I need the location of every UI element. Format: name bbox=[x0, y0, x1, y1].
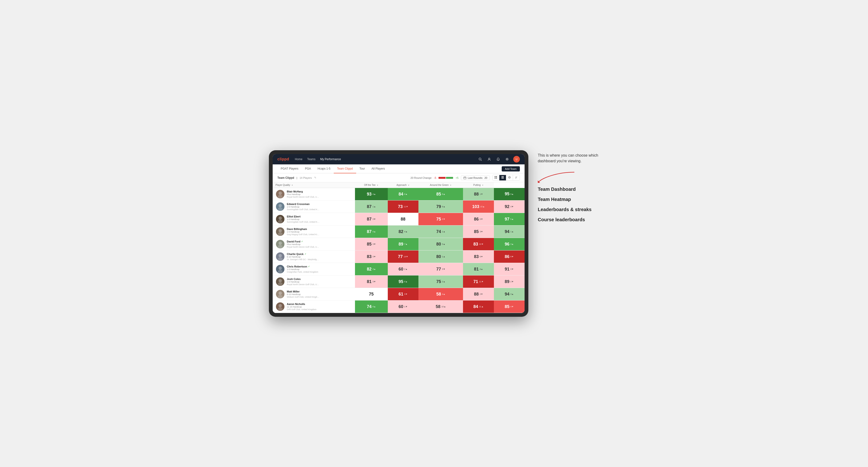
metric-change: 4▼ bbox=[510, 305, 514, 308]
player-name: Aaron Nicholls bbox=[287, 303, 316, 305]
metric-value-box: 94 3▲ bbox=[494, 288, 525, 300]
metric-change: 4▲ bbox=[442, 293, 445, 295]
table-row[interactable]: Charlie Quick ✓ 6-10 Handicap St. George… bbox=[273, 250, 525, 263]
sort-view-btn[interactable] bbox=[513, 175, 520, 181]
metric-value-box: 58 4▲ bbox=[418, 288, 463, 300]
metric-value: 89 bbox=[505, 279, 509, 284]
edit-icon[interactable]: ✎ bbox=[314, 176, 316, 179]
metric-value: 82 bbox=[367, 267, 371, 272]
metric-value: 89 bbox=[399, 242, 403, 247]
metric-value: 75 bbox=[436, 217, 441, 222]
metric-value: 83 bbox=[367, 254, 371, 259]
table-row[interactable]: Josh Coles 1-5 Handicap Royal North Devo… bbox=[273, 276, 525, 288]
user-icon[interactable] bbox=[486, 156, 492, 162]
table-row[interactable]: Dave Billingham 1-5 Handicap Gog Magog G… bbox=[273, 225, 525, 238]
player-details: David Ford ✓ Plus Handicap Royal North D… bbox=[287, 240, 320, 248]
svg-point-36 bbox=[278, 282, 283, 286]
tab-tour[interactable]: Tour bbox=[356, 164, 368, 173]
metric-value: 77 bbox=[436, 267, 441, 272]
metric-cell: 89 7▲ bbox=[388, 238, 418, 250]
metric-change: 4▲ bbox=[372, 230, 376, 233]
add-team-button[interactable]: Add Team bbox=[502, 166, 520, 172]
color-bar-label: +5 bbox=[456, 177, 459, 179]
metric-value: 94 bbox=[505, 229, 509, 234]
tab-pga[interactable]: PGA bbox=[302, 164, 314, 173]
col-around-green[interactable]: Around the Green ▼ bbox=[418, 182, 463, 188]
table-row[interactable]: Matt Miller 6-10 Handicap Woburn Golf Cl… bbox=[273, 288, 525, 301]
nav-teams[interactable]: Teams bbox=[307, 158, 315, 161]
metric-value: 88 bbox=[474, 292, 478, 297]
notification-icon[interactable] bbox=[495, 156, 501, 162]
grid-view-btn[interactable] bbox=[493, 175, 499, 181]
metric-value-box: 95 8▲ bbox=[388, 276, 418, 288]
metric-cell: 79 9▲ bbox=[418, 200, 463, 213]
user-avatar-btn[interactable]: U bbox=[513, 156, 520, 162]
metric-value: 87 bbox=[367, 229, 371, 234]
metric-value-box: 89 2▼ bbox=[494, 276, 525, 288]
metric-value-box: 88 2▼ bbox=[463, 288, 494, 300]
tab-pgat-players[interactable]: PGAT Players bbox=[277, 164, 302, 173]
col-off-tee[interactable]: Off the Tee ▼ bbox=[355, 182, 388, 188]
metric-cell: 74 1▲ bbox=[418, 225, 463, 238]
tab-team-clippd[interactable]: Team Clippd bbox=[334, 164, 356, 173]
table-row[interactable]: David Ford ✓ Plus Handicap Royal North D… bbox=[273, 238, 525, 250]
tab-hcaps[interactable]: Hcaps 1-5 bbox=[314, 164, 334, 173]
metric-value-box: 87 3▼ bbox=[355, 213, 388, 225]
dashboard-item-0: Team Dashboard bbox=[538, 187, 599, 192]
table-row[interactable]: Chris Robertson ✓ 1-5 Handicap Craigmill… bbox=[273, 263, 525, 276]
table-row[interactable]: Aaron Nicholls 11-15 Handicap Drift Golf… bbox=[273, 301, 525, 313]
metric-value-box: 88 bbox=[388, 213, 418, 225]
table-row[interactable]: Blair McHarg Plus Handicap Royal North D… bbox=[273, 188, 525, 200]
table-row[interactable]: Edward Crossman 1-5 Handicap Sunningdale… bbox=[273, 200, 525, 213]
metric-change: 3▲ bbox=[510, 243, 514, 245]
metric-change: 6▲ bbox=[404, 193, 408, 195]
dashboard-item-3: Course leaderboards bbox=[538, 217, 599, 222]
view-icons bbox=[492, 175, 520, 181]
metric-cell: 94 3▲ bbox=[494, 288, 525, 301]
col-putting[interactable]: Putting ▼ bbox=[463, 182, 494, 188]
nav-my-performance[interactable]: My Performance bbox=[320, 158, 341, 161]
col-player-quality[interactable]: Player Quality ▼ bbox=[273, 182, 355, 188]
metric-value-box: 75 bbox=[355, 288, 388, 300]
metric-value-box: 60 1▼ bbox=[388, 301, 418, 313]
col-approach[interactable]: Approach ▼ bbox=[388, 182, 418, 188]
metric-cell: 97 5▲ bbox=[494, 213, 525, 225]
player-club: Craigmillar Park, United Kingdom bbox=[287, 271, 318, 273]
metric-value: 81 bbox=[474, 267, 478, 272]
metric-value-box: 91 3▼ bbox=[494, 263, 525, 275]
metric-value-box: 61 3▼ bbox=[388, 288, 418, 300]
metric-value: 85 bbox=[367, 242, 371, 247]
table-row[interactable]: Elliot Ebert 1-5 Handicap Sunningdale Go… bbox=[273, 213, 525, 225]
player-count: 14 Players bbox=[300, 177, 312, 179]
player-club: Drift Golf Club, United Kingdom bbox=[287, 308, 316, 311]
metric-value-box: 77 14▼ bbox=[388, 250, 418, 263]
player-club: Royal North Devon Golf Club, United King… bbox=[287, 196, 320, 198]
table-view-btn[interactable] bbox=[499, 175, 506, 181]
player-avatar bbox=[276, 252, 284, 261]
svg-point-30 bbox=[278, 245, 283, 248]
tab-all-players[interactable]: All Players bbox=[368, 164, 388, 173]
nav-home[interactable]: Home bbox=[295, 158, 302, 161]
metric-change: 8▲ bbox=[372, 305, 376, 308]
player-avatar bbox=[276, 290, 284, 299]
color-bar bbox=[438, 177, 453, 179]
settings-icon[interactable] bbox=[504, 156, 510, 162]
player-handicap: 1-5 Handicap bbox=[287, 268, 318, 271]
search-icon[interactable] bbox=[477, 156, 483, 162]
metric-change: 1▲ bbox=[372, 206, 376, 208]
last-rounds-button[interactable]: Last Rounds: 20 bbox=[461, 176, 490, 180]
svg-rect-8 bbox=[495, 176, 496, 177]
heatmap-view-btn[interactable] bbox=[506, 175, 513, 181]
metric-value: 79 bbox=[436, 204, 441, 209]
player-club: Royal North Devon Golf Club, United King… bbox=[287, 246, 320, 248]
player-club: Woburn Golf Club, United Kingdom bbox=[287, 296, 320, 298]
player-name: Charlie Quick ✓ bbox=[287, 253, 320, 255]
metric-change: 2▼ bbox=[479, 293, 483, 295]
metric-cell: 73 11▼ bbox=[388, 200, 418, 213]
annotation-text: This is where you can choose which dashb… bbox=[538, 153, 599, 164]
metric-value: 61 bbox=[399, 292, 403, 297]
metric-change: 3▼ bbox=[442, 268, 445, 270]
metric-change: 8▲ bbox=[404, 280, 408, 283]
metric-cell: 85 3▼ bbox=[355, 238, 388, 250]
metric-value-box: 80 3▲ bbox=[418, 238, 463, 250]
